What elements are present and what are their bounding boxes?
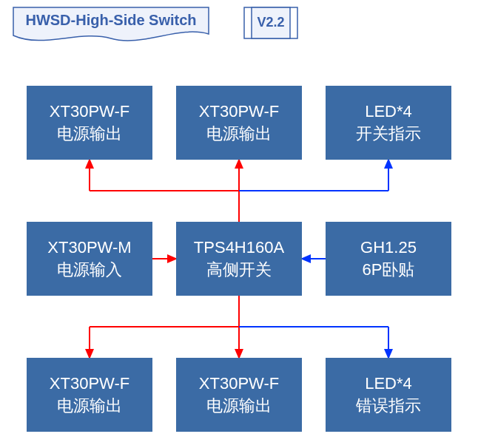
version-badge: V2.2 <box>244 7 297 38</box>
box-line1: XT30PW-M <box>47 238 131 257</box>
box-line2: 错误指示 <box>355 396 421 415</box>
box-line2: 6P卧贴 <box>363 260 415 279</box>
svg-rect-12 <box>27 86 152 160</box>
box-line2: 电源输出 <box>206 124 272 143</box>
svg-rect-14 <box>326 86 451 160</box>
box-line2: 电源输入 <box>57 260 122 279</box>
svg-rect-19 <box>176 358 302 432</box>
box-gh125-6p: GH1.256P卧贴 <box>326 222 451 296</box>
box-line2: 开关指示 <box>356 124 421 143</box>
box-line1: GH1.25 <box>360 238 417 257</box>
box-line1: XT30PW-F <box>199 374 279 393</box>
svg-rect-13 <box>176 86 302 160</box>
box-led4-error-ind: LED*4错误指示 <box>326 358 451 432</box>
box-line1: XT30PW-F <box>50 102 129 121</box>
page-title: HWSD-High-Side Switch <box>25 12 196 28</box>
box-xt30pw-f-out-bl: XT30PW-F电源输出 <box>27 358 152 432</box>
svg-rect-17 <box>326 222 451 296</box>
svg-rect-16 <box>176 222 302 296</box>
version-label: V2.2 <box>257 15 284 30</box>
box-xt30pw-f-out-tl: XT30PW-F电源输出 <box>27 86 152 160</box>
box-line1: LED*4 <box>365 374 412 393</box>
box-line1: XT30PW-F <box>50 374 129 393</box>
box-line2: 高侧开关 <box>206 260 272 279</box>
box-line1: LED*4 <box>365 102 412 121</box>
svg-rect-20 <box>326 358 451 432</box>
box-xt30pw-f-out-bc: XT30PW-F电源输出 <box>176 358 302 432</box>
svg-rect-15 <box>27 222 152 296</box>
box-line2: 电源输出 <box>57 124 122 143</box>
box-xt30pw-m-in: XT30PW-M电源输入 <box>27 222 152 296</box>
box-led4-switch-ind: LED*4开关指示 <box>326 86 451 160</box>
red-bus-icon <box>90 160 388 222</box>
svg-rect-18 <box>27 358 152 432</box>
box-xt30pw-f-out-tc: XT30PW-F电源输出 <box>176 86 302 160</box>
box-line2: 电源输出 <box>206 396 272 415</box>
box-line2: 电源输出 <box>57 396 122 415</box>
box-tps4h160a: TPS4H160A高侧开关 <box>176 222 302 296</box>
box-line1: TPS4H160A <box>194 238 285 257</box>
red-bus-bottom-icon <box>90 296 388 358</box>
box-line1: XT30PW-F <box>199 102 279 121</box>
title-banner: HWSD-High-Side Switch <box>13 7 209 41</box>
